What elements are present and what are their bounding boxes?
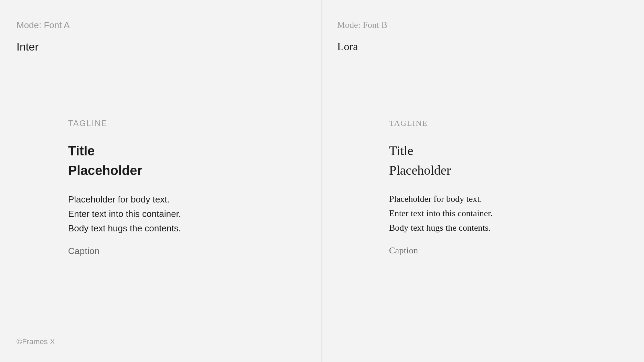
body-text-b: Placeholder for body text. Enter text in… [389,192,493,235]
mode-label-b: Mode: Font B [337,20,387,30]
specimen-a: TAGLINE Title Placeholder Placeholder fo… [68,119,181,256]
body-line: Enter text into this container. [389,206,493,221]
caption-a: Caption [68,246,181,256]
body-text-a: Placeholder for body text. Enter text in… [68,192,181,235]
specimen-b: TAGLINE Title Placeholder Placeholder fo… [389,119,493,256]
font-a-panel: Mode: Font A Inter TAGLINE Title Placeho… [0,0,322,362]
title-a: Title Placeholder [68,141,181,180]
title-b: Title Placeholder [389,141,493,180]
mode-label-a: Mode: Font A [17,20,70,31]
title-line: Title [389,141,493,161]
tagline-b: TAGLINE [389,119,493,128]
title-line: Placeholder [389,161,493,180]
body-line: Placeholder for body text. [68,192,181,207]
font-name-a: Inter [17,41,39,53]
body-line: Enter text into this container. [68,207,181,221]
body-line: Body text hugs the contents. [389,221,493,235]
tagline-a: TAGLINE [68,119,181,128]
caption-b: Caption [389,245,493,256]
title-line: Title [68,141,181,161]
title-line: Placeholder [68,161,181,180]
body-line: Placeholder for body text. [389,192,493,206]
font-b-panel: Mode: Font B Lora TAGLINE Title Placehol… [322,0,644,362]
credit: ©Frames X [17,337,55,346]
font-name-b: Lora [337,40,358,53]
body-line: Body text hugs the contents. [68,221,181,235]
